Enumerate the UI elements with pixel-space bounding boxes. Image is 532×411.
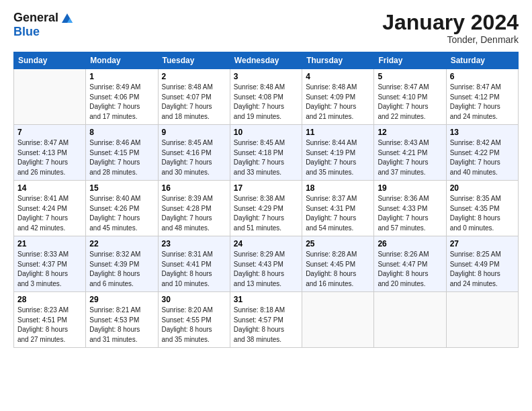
table-row: 21Sunrise: 8:33 AM Sunset: 4:37 PM Dayli… — [14, 236, 86, 292]
day-number: 16 — [162, 183, 226, 193]
day-info: Sunrise: 8:48 AM Sunset: 4:07 PM Dayligh… — [162, 83, 226, 122]
day-info: Sunrise: 8:32 AM Sunset: 4:39 PM Dayligh… — [89, 250, 154, 289]
table-row — [14, 69, 86, 125]
day-info: Sunrise: 8:23 AM Sunset: 4:51 PM Dayligh… — [17, 306, 82, 345]
logo-general: General — [13, 11, 58, 25]
table-row: 17Sunrise: 8:38 AM Sunset: 4:29 PM Dayli… — [230, 181, 302, 236]
col-thursday: Thursday — [302, 52, 374, 69]
table-row: 12Sunrise: 8:43 AM Sunset: 4:21 PM Dayli… — [374, 125, 446, 181]
day-info: Sunrise: 8:47 AM Sunset: 4:13 PM Dayligh… — [17, 138, 82, 177]
day-info: Sunrise: 8:48 AM Sunset: 4:09 PM Dayligh… — [306, 83, 370, 122]
day-number: 24 — [234, 239, 298, 248]
table-row: 26Sunrise: 8:26 AM Sunset: 4:47 PM Dayli… — [374, 236, 446, 292]
day-number: 8 — [89, 128, 154, 137]
day-info: Sunrise: 8:18 AM Sunset: 4:57 PM Dayligh… — [234, 306, 298, 345]
day-number: 30 — [162, 295, 226, 304]
header: General Blue January 2024 Tonder, Denmar… — [13, 11, 519, 45]
day-number: 1 — [89, 72, 154, 81]
day-number: 29 — [89, 295, 154, 304]
day-info: Sunrise: 8:39 AM Sunset: 4:28 PM Dayligh… — [162, 194, 226, 233]
day-info: Sunrise: 8:21 AM Sunset: 4:53 PM Dayligh… — [89, 306, 154, 345]
day-number: 15 — [89, 183, 154, 193]
table-row: 24Sunrise: 8:29 AM Sunset: 4:43 PM Dayli… — [230, 236, 302, 292]
col-saturday: Saturday — [446, 52, 518, 69]
day-number: 12 — [378, 128, 442, 137]
col-wednesday: Wednesday — [230, 52, 302, 69]
table-row: 29Sunrise: 8:21 AM Sunset: 4:53 PM Dayli… — [86, 292, 158, 348]
day-number: 3 — [234, 72, 298, 81]
day-number: 23 — [162, 239, 226, 248]
day-info: Sunrise: 8:38 AM Sunset: 4:29 PM Dayligh… — [234, 194, 298, 233]
table-row: 18Sunrise: 8:37 AM Sunset: 4:31 PM Dayli… — [302, 181, 374, 236]
day-number: 26 — [378, 239, 442, 248]
table-row: 1Sunrise: 8:49 AM Sunset: 4:06 PM Daylig… — [86, 69, 158, 125]
table-row — [374, 292, 446, 348]
table-row: 9Sunrise: 8:45 AM Sunset: 4:16 PM Daylig… — [158, 125, 230, 181]
day-info: Sunrise: 8:36 AM Sunset: 4:33 PM Dayligh… — [378, 194, 442, 233]
table-row: 27Sunrise: 8:25 AM Sunset: 4:49 PM Dayli… — [446, 236, 518, 292]
day-info: Sunrise: 8:26 AM Sunset: 4:47 PM Dayligh… — [378, 250, 442, 289]
day-number: 7 — [17, 128, 82, 137]
day-number: 4 — [306, 72, 370, 81]
table-row: 20Sunrise: 8:35 AM Sunset: 4:35 PM Dayli… — [446, 181, 518, 236]
table-row — [446, 292, 518, 348]
day-info: Sunrise: 8:49 AM Sunset: 4:06 PM Dayligh… — [89, 83, 154, 122]
table-row: 19Sunrise: 8:36 AM Sunset: 4:33 PM Dayli… — [374, 181, 446, 236]
week-row: 14Sunrise: 8:41 AM Sunset: 4:24 PM Dayli… — [14, 181, 519, 236]
day-info: Sunrise: 8:44 AM Sunset: 4:19 PM Dayligh… — [306, 138, 370, 177]
day-info: Sunrise: 8:28 AM Sunset: 4:45 PM Dayligh… — [306, 250, 370, 289]
col-friday: Friday — [374, 52, 446, 69]
day-info: Sunrise: 8:20 AM Sunset: 4:55 PM Dayligh… — [162, 306, 226, 345]
day-info: Sunrise: 8:47 AM Sunset: 4:12 PM Dayligh… — [450, 83, 515, 122]
day-number: 22 — [89, 239, 154, 248]
table-row: 15Sunrise: 8:40 AM Sunset: 4:26 PM Dayli… — [86, 181, 158, 236]
day-info: Sunrise: 8:47 AM Sunset: 4:10 PM Dayligh… — [378, 83, 442, 122]
col-tuesday: Tuesday — [158, 52, 230, 69]
week-row: 7Sunrise: 8:47 AM Sunset: 4:13 PM Daylig… — [14, 125, 519, 181]
table-row: 30Sunrise: 8:20 AM Sunset: 4:55 PM Dayli… — [158, 292, 230, 348]
day-number: 20 — [450, 183, 515, 193]
day-number: 21 — [17, 239, 82, 248]
day-info: Sunrise: 8:31 AM Sunset: 4:41 PM Dayligh… — [162, 250, 226, 289]
day-info: Sunrise: 8:35 AM Sunset: 4:35 PM Dayligh… — [450, 194, 515, 233]
day-info: Sunrise: 8:42 AM Sunset: 4:22 PM Dayligh… — [450, 138, 515, 177]
day-info: Sunrise: 8:46 AM Sunset: 4:15 PM Dayligh… — [89, 138, 154, 177]
day-number: 5 — [378, 72, 442, 81]
logo-blue: Blue — [13, 26, 40, 39]
day-number: 27 — [450, 239, 515, 248]
col-sunday: Sunday — [14, 52, 86, 69]
week-row: 28Sunrise: 8:23 AM Sunset: 4:51 PM Dayli… — [14, 292, 519, 348]
title-area: January 2024 Tonder, Denmark — [382, 11, 519, 45]
day-info: Sunrise: 8:37 AM Sunset: 4:31 PM Dayligh… — [306, 194, 370, 233]
calendar-table: Sunday Monday Tuesday Wednesday Thursday… — [13, 52, 519, 348]
table-row: 13Sunrise: 8:42 AM Sunset: 4:22 PM Dayli… — [446, 125, 518, 181]
logo: General Blue — [13, 11, 75, 39]
day-number: 18 — [306, 183, 370, 193]
table-row: 7Sunrise: 8:47 AM Sunset: 4:13 PM Daylig… — [14, 125, 86, 181]
col-monday: Monday — [86, 52, 158, 69]
table-row: 4Sunrise: 8:48 AM Sunset: 4:09 PM Daylig… — [302, 69, 374, 125]
table-row: 10Sunrise: 8:45 AM Sunset: 4:18 PM Dayli… — [230, 125, 302, 181]
day-number: 9 — [162, 128, 226, 137]
day-number: 14 — [17, 183, 82, 193]
table-row: 25Sunrise: 8:28 AM Sunset: 4:45 PM Dayli… — [302, 236, 374, 292]
week-row: 1Sunrise: 8:49 AM Sunset: 4:06 PM Daylig… — [14, 69, 519, 125]
logo-triangle-icon — [60, 11, 75, 26]
day-number: 25 — [306, 239, 370, 248]
day-info: Sunrise: 8:40 AM Sunset: 4:26 PM Dayligh… — [89, 194, 154, 233]
table-row: 31Sunrise: 8:18 AM Sunset: 4:57 PM Dayli… — [230, 292, 302, 348]
day-info: Sunrise: 8:45 AM Sunset: 4:18 PM Dayligh… — [234, 138, 298, 177]
table-row: 8Sunrise: 8:46 AM Sunset: 4:15 PM Daylig… — [86, 125, 158, 181]
table-row: 22Sunrise: 8:32 AM Sunset: 4:39 PM Dayli… — [86, 236, 158, 292]
day-number: 19 — [378, 183, 442, 193]
table-row: 28Sunrise: 8:23 AM Sunset: 4:51 PM Dayli… — [14, 292, 86, 348]
day-number: 6 — [450, 72, 515, 81]
day-number: 2 — [162, 72, 226, 81]
table-row: 14Sunrise: 8:41 AM Sunset: 4:24 PM Dayli… — [14, 181, 86, 236]
table-row: 6Sunrise: 8:47 AM Sunset: 4:12 PM Daylig… — [446, 69, 518, 125]
table-row: 23Sunrise: 8:31 AM Sunset: 4:41 PM Dayli… — [158, 236, 230, 292]
day-info: Sunrise: 8:33 AM Sunset: 4:37 PM Dayligh… — [17, 250, 82, 289]
table-row: 2Sunrise: 8:48 AM Sunset: 4:07 PM Daylig… — [158, 69, 230, 125]
day-number: 11 — [306, 128, 370, 137]
day-info: Sunrise: 8:41 AM Sunset: 4:24 PM Dayligh… — [17, 194, 82, 233]
